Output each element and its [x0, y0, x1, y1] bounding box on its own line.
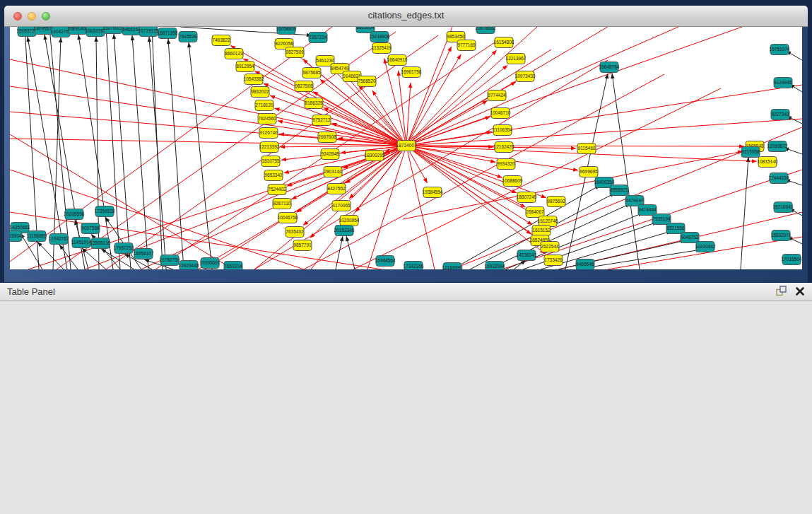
graph-node-label: 16871358 — [158, 30, 178, 35]
graph-node-label: 16640910 — [387, 57, 408, 62]
network-canvas[interactable]: 1872400774638228660123891295410543382983… — [10, 27, 802, 269]
graph-node-label: 9097588 — [81, 226, 100, 230]
graph-node-label: 9934320 — [497, 161, 515, 166]
edge-arrowhead-icon — [541, 194, 546, 198]
graph-node-label: 12162420 — [494, 144, 514, 149]
graph-node-label: 11156869 — [27, 233, 47, 238]
edge-arrowhead-icon — [372, 90, 377, 95]
graph-node-label: 2684067 — [526, 209, 544, 214]
float-panel-icon[interactable] — [776, 286, 787, 296]
graph-edge — [612, 74, 640, 269]
edge-arrowhead-icon — [482, 100, 487, 105]
graph-node-label: 8215958 — [741, 149, 760, 154]
application-background: citations_edges.txt 18724007746382286601… — [0, 0, 812, 283]
edge-arrowhead-icon — [408, 83, 413, 88]
graph-edge — [114, 34, 131, 269]
graph-node-label: 9827508 — [295, 83, 313, 88]
graph-node-label: 7957224 — [309, 35, 327, 40]
edge-arrowhead-icon — [497, 174, 502, 177]
graph-edge — [278, 121, 406, 146]
edge-arrowhead-icon — [527, 221, 532, 225]
edge-arrowhead-icon — [292, 195, 298, 199]
graph-edge — [406, 27, 742, 146]
graph-edge — [10, 139, 406, 146]
graph-node-label: 7463822 — [212, 37, 230, 42]
graph-node-label: 12342757 — [49, 236, 69, 241]
graph-node-label: 11325419 — [372, 45, 392, 50]
table-panel: Table Panel — [0, 283, 812, 514]
edge-arrowhead-icon — [320, 79, 325, 83]
window-titlebar[interactable]: citations_edges.txt — [4, 6, 808, 27]
graph-node-label: 8186328 — [305, 100, 323, 105]
graph-node-label: 10719125 — [139, 28, 159, 33]
edge-arrowhead-icon — [278, 119, 283, 123]
graph-node-label: 18724007 — [396, 143, 417, 148]
edge-arrowhead-icon — [752, 159, 757, 163]
graph-node-label: 19384554 — [423, 189, 443, 194]
graph-node-label: 13505135 — [90, 240, 111, 245]
graph-node-label: 8958921 — [610, 187, 628, 192]
graph-node-label: 9827509 — [286, 49, 304, 54]
graph-node-label: 18807249 — [517, 194, 537, 199]
edge-arrowhead-icon — [485, 117, 490, 120]
graph-node-label: 16046758 — [278, 215, 298, 220]
graph-node-label: 8454749 — [331, 66, 349, 71]
graph-node-label: 8226058 — [275, 41, 293, 46]
graph-node-label: 9774424 — [488, 93, 506, 98]
graph-node-label: 14136141 — [517, 252, 537, 257]
graph-edge — [406, 27, 678, 146]
edge-arrowhead-icon — [571, 146, 576, 151]
edge-arrowhead-icon — [77, 35, 81, 40]
graph-node-label: 17957253 — [114, 245, 134, 250]
graph-node-label: 16409354 — [594, 180, 615, 185]
graph-node-label: 14350561 — [10, 225, 30, 230]
graph-node-label: 9115460 — [578, 146, 596, 151]
graph-node-label: 9699695 — [579, 169, 598, 174]
graph-node-label: 20153346 — [334, 228, 355, 233]
graph-node-label: 12213392 — [259, 144, 280, 149]
edge-arrowhead-icon — [423, 177, 428, 182]
edge-arrowhead-icon — [457, 54, 461, 59]
graph-node-label: 10543382 — [244, 76, 264, 81]
graph-node-label: 12093872 — [767, 144, 788, 148]
graph-node-label: 9129946 — [774, 80, 792, 85]
close-panel-icon[interactable] — [795, 286, 805, 296]
edge-arrowhead-icon — [144, 259, 150, 263]
graph-edge — [406, 119, 802, 146]
graph-edge — [406, 146, 502, 177]
edge-arrowhead-icon — [112, 34, 117, 39]
graph-edge — [292, 146, 406, 199]
graph-node-label: 12923448 — [179, 263, 199, 268]
edge-arrowhead-icon — [340, 236, 343, 241]
graph-node-label: 9832022 — [251, 89, 269, 94]
graph-node-label: 17342166 — [404, 264, 424, 269]
graph-node-label: 9752712 — [312, 117, 331, 122]
graph-node-label: 3915904 — [10, 233, 22, 238]
edge-arrowhead-icon — [187, 42, 192, 47]
edge-arrowhead-icon — [490, 159, 495, 163]
graph-edge — [280, 146, 406, 147]
graph-node-label: 17359928 — [95, 209, 115, 214]
graph-node-label: 11451914 — [71, 240, 92, 245]
edge-arrowhead-icon — [59, 37, 63, 42]
graph-node-label: 7524402 — [268, 187, 286, 192]
graph-node-label: 15692971 — [771, 233, 792, 238]
graph-node-label: 8813054 — [356, 27, 375, 30]
edge-arrowhead-icon — [94, 37, 98, 42]
graph-node-label: 8660123 — [225, 51, 243, 56]
edge-arrowhead-icon — [270, 95, 276, 99]
graph-node-label: 9777169 — [457, 42, 476, 47]
graph-node-label: 7515526 — [179, 34, 197, 39]
graph-node-label: 16210643 — [773, 204, 794, 209]
edge-arrowhead-icon — [43, 35, 47, 40]
graph-edge — [189, 42, 212, 269]
graph-node-label: 9126740 — [259, 130, 278, 135]
graph-node-label: 9465546 — [576, 262, 594, 267]
graph-edge — [78, 35, 113, 269]
graph-edge — [303, 146, 406, 226]
graph-edge — [96, 37, 99, 269]
graph-edge — [10, 170, 304, 269]
edge-arrowhead-icon — [101, 249, 106, 253]
graph-node-label: 9857791 — [293, 243, 312, 247]
edge-arrowhead-icon — [284, 170, 289, 173]
